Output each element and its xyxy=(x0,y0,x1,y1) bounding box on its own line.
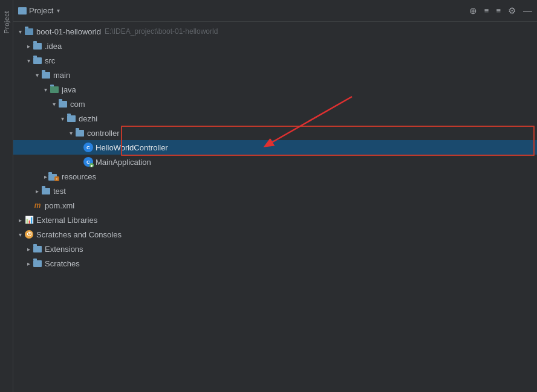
expand-src[interactable] xyxy=(24,57,33,64)
dezhi-label: dezhi xyxy=(79,114,97,123)
main-folder-icon xyxy=(41,71,51,79)
tree-node-helloworldcontroller[interactable]: C HelloWorldController xyxy=(13,140,537,155)
close-button[interactable]: — xyxy=(523,6,532,15)
extensions-folder-icon xyxy=(33,245,42,253)
expand-scratches-consoles[interactable] xyxy=(16,231,24,238)
expand-controller[interactable] xyxy=(67,130,75,137)
expand-main[interactable] xyxy=(33,72,41,79)
tree-node-com[interactable]: com xyxy=(13,97,537,111)
settings-button[interactable]: ⚙ xyxy=(508,6,516,15)
pom-label: pom.xml xyxy=(45,201,74,210)
tree-node-extensions[interactable]: Extensions xyxy=(13,242,537,256)
tree-node-java[interactable]: java xyxy=(13,82,537,97)
ma-label: MainApplication xyxy=(96,158,151,167)
root-icon xyxy=(24,27,34,36)
tree-node-test[interactable]: test xyxy=(13,184,537,198)
tree-node-controller[interactable]: controller xyxy=(13,126,537,140)
com-label: com xyxy=(70,100,85,109)
expand-root[interactable] xyxy=(16,28,24,35)
expand-extensions[interactable] xyxy=(24,246,33,252)
expand-all-button[interactable]: ≡ xyxy=(496,7,501,14)
expand-dezhi[interactable] xyxy=(58,115,67,122)
toolbar-title-area: Project ▾ xyxy=(18,6,60,15)
expand-test[interactable] xyxy=(33,188,41,194)
src-folder-icon xyxy=(33,56,42,65)
dezhi-folder-icon xyxy=(67,114,76,123)
main-panel: Project ▾ ⊕ ≡ ≡ ⚙ — boot-01-helloworld E… xyxy=(13,0,537,392)
tree-node-idea[interactable]: .idea xyxy=(13,39,537,53)
tree-node-src[interactable]: src xyxy=(13,53,537,68)
tree-node-external-libs[interactable]: 📊 External Libraries xyxy=(13,213,537,227)
hwc-label: HelloWorldController xyxy=(96,143,168,152)
scratches-consoles-label: Scratches and Consoles xyxy=(36,230,122,239)
sidebar-panel-tab[interactable]: Project xyxy=(0,0,13,392)
scratches-folder-icon xyxy=(33,259,42,268)
expand-com[interactable] xyxy=(50,101,58,108)
collapse-all-button[interactable]: ≡ xyxy=(484,7,489,14)
idea-folder-icon xyxy=(33,42,42,50)
tree-node-dezhi[interactable]: dezhi xyxy=(13,111,537,126)
idea-label: .idea xyxy=(45,42,62,51)
controller-label: controller xyxy=(87,129,119,138)
project-folder-icon xyxy=(18,7,27,14)
scratches-label: Scratches xyxy=(45,259,80,268)
root-label: boot-01-helloworld xyxy=(36,27,101,36)
ma-class-icon: ▶ C xyxy=(83,158,93,166)
ext-libs-label: External Libraries xyxy=(36,216,97,225)
controller-group: controller C HelloWorldController xyxy=(13,126,537,155)
expand-ext-libs[interactable] xyxy=(16,217,24,223)
pom-icon: m xyxy=(33,201,42,210)
toolbar-dropdown-arrow[interactable]: ▾ xyxy=(57,7,60,14)
expand-scratches[interactable] xyxy=(24,260,33,267)
main-label: main xyxy=(53,71,70,80)
controller-folder-icon xyxy=(75,129,85,137)
com-folder-icon xyxy=(58,100,68,108)
add-button[interactable]: ⊕ xyxy=(469,6,477,15)
hwc-class-icon: C xyxy=(83,143,93,152)
tree-node-mainapplication[interactable]: ▶ C MainApplication xyxy=(13,155,537,169)
tree-node-pom[interactable]: m pom.xml xyxy=(13,198,537,213)
expand-idea[interactable] xyxy=(24,43,33,50)
java-folder-icon xyxy=(50,85,59,94)
resources-label: resources xyxy=(62,172,96,181)
toolbar: Project ▾ ⊕ ≡ ≡ ⚙ — xyxy=(13,0,537,22)
tree-node-scratches[interactable]: Scratches xyxy=(13,256,537,271)
extensions-label: Extensions xyxy=(45,245,83,254)
test-label: test xyxy=(53,187,66,196)
ext-libs-icon: 📊 xyxy=(24,216,34,224)
tree-node-root[interactable]: boot-01-helloworld E:\IDEA_project\boot-… xyxy=(13,24,537,39)
test-folder-icon xyxy=(41,187,51,195)
tree-node-main[interactable]: main xyxy=(13,68,537,82)
scratches-consoles-icon: ⏱ xyxy=(24,230,34,239)
expand-java[interactable] xyxy=(41,86,50,93)
tree-node-resources[interactable]: ≡ resources xyxy=(13,169,537,184)
toolbar-title-text: Project xyxy=(29,6,53,15)
resources-folder-icon: ≡ xyxy=(50,172,59,181)
root-path: E:\IDEA_project\boot-01-helloworld xyxy=(105,27,218,36)
toolbar-actions: ⊕ ≡ ≡ ⚙ — xyxy=(469,6,532,15)
project-tree: boot-01-helloworld E:\IDEA_project\boot-… xyxy=(13,22,537,392)
src-label: src xyxy=(45,56,55,65)
tree-node-scratches-consoles[interactable]: ⏱ Scratches and Consoles xyxy=(13,227,537,242)
java-label: java xyxy=(62,85,76,94)
sidebar-tab-label: Project xyxy=(3,11,10,34)
